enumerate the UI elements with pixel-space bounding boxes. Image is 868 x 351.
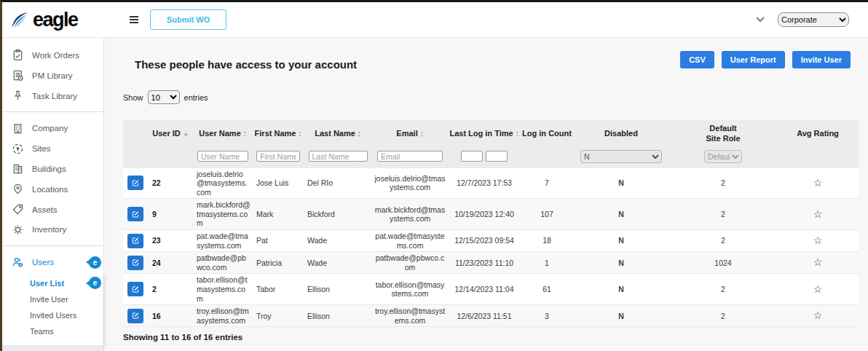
cell-user-id: 24	[148, 252, 193, 274]
header-disabled[interactable]: Disabled	[573, 120, 669, 148]
submenu-item-user-list[interactable]: User List e	[2, 275, 103, 291]
sort-icon[interactable]: ▲▼	[420, 130, 424, 138]
main-content: These people have access to your account…	[104, 38, 868, 351]
cell-email: joseluis.delrio@tmasystems.com	[372, 168, 448, 199]
cell-last-login: 12/6/2023 11:51	[448, 305, 521, 327]
cell-last-login: 10/19/2023 12:40	[448, 199, 521, 230]
sort-icon[interactable]: ▲▼	[298, 130, 301, 138]
sidebar-item-sites[interactable]: Sites	[2, 138, 103, 159]
cell-user-name: patbwade@pbwco.com	[193, 252, 253, 274]
gear-icon	[12, 224, 24, 236]
edit-user-button[interactable]	[127, 234, 143, 248]
filter-last-login-from-input[interactable]	[461, 151, 483, 162]
entries-per-page-select[interactable]: 10	[148, 90, 180, 104]
sidebar-item-work-orders[interactable]: Work Orders	[2, 45, 103, 66]
cell-user-name: mark.bickford@tmasystems.com	[193, 199, 253, 230]
cell-last-name: Wade	[304, 252, 372, 274]
cell-email: pat.wade@tmasystems.com	[372, 230, 448, 252]
cell-first-name: Patricia	[253, 252, 304, 274]
logo-text: eagle	[33, 9, 78, 31]
cell-disabled: N	[573, 252, 669, 274]
submenu-item-teams[interactable]: Teams	[2, 323, 103, 339]
submenu-item-invited-users[interactable]: Invited Users	[2, 307, 103, 323]
cell-first-name: Jose Luis	[253, 168, 304, 199]
cell-user-id: 9	[148, 199, 193, 230]
sidebar-item-pm-library[interactable]: PM Library	[2, 66, 103, 86]
sidebar-item-locations[interactable]: Locations	[2, 179, 103, 200]
filter-first-name-input[interactable]	[256, 151, 299, 162]
company-select[interactable]: Corporate	[778, 12, 849, 27]
sort-asc-icon[interactable]: ▲	[184, 131, 189, 136]
header-edit	[123, 120, 148, 148]
sort-icon[interactable]: ▲▼	[516, 130, 519, 138]
header-first-name[interactable]: First Name▲▼	[253, 120, 304, 148]
sidebar-item-assets[interactable]: Assets	[2, 200, 103, 220]
cell-disabled: N	[573, 199, 669, 230]
cell-email: tabor.ellison@tmasystems.com	[372, 274, 448, 305]
topbar: eagle Submit WO Corporate	[2, 2, 868, 38]
sidebar: Work Orders PM Library Task Library	[2, 38, 104, 351]
edit-user-button[interactable]	[127, 176, 143, 190]
cell-email: patbwade@pbwco.com	[372, 252, 448, 274]
user-report-button[interactable]: User Report	[722, 51, 785, 68]
filter-disabled-select[interactable]: N	[580, 150, 662, 163]
sidebar-item-inventory[interactable]: Inventory	[2, 219, 103, 240]
sidebar-item-buildings[interactable]: Buildings	[2, 159, 103, 179]
header-user-name[interactable]: User Name▲▼	[193, 120, 253, 148]
invite-user-button[interactable]: Invite User	[792, 51, 851, 68]
sidebar-item-company[interactable]: Company	[2, 118, 103, 138]
header-email[interactable]: Email▲▼	[372, 120, 448, 148]
submenu-item-invite-user[interactable]: Invite User	[2, 291, 103, 307]
star-rating-icon: ☆	[813, 256, 823, 268]
header-avg-rating[interactable]: Avg Rating	[777, 120, 859, 148]
table-row: 16 troy.ellison@tmasystems.com Troy Elli…	[123, 305, 859, 327]
filter-email-input[interactable]	[377, 151, 443, 162]
sidebar-item-task-library[interactable]: Task Library	[2, 86, 103, 106]
star-rating-icon: ☆	[813, 208, 823, 220]
cell-login-count: 7	[521, 168, 573, 199]
chevron-down-icon[interactable]	[756, 17, 765, 23]
header-last-name[interactable]: Last Name▲▼	[304, 120, 372, 148]
pushpin-icon	[12, 90, 24, 102]
filter-last-name-input[interactable]	[309, 151, 368, 162]
filter-user-name-input[interactable]	[197, 151, 248, 162]
hamburger-menu-icon[interactable]	[130, 16, 138, 23]
csv-button[interactable]: CSV	[680, 51, 714, 68]
sidebar-bottom-strip	[2, 345, 103, 351]
cell-user-id: 23	[148, 230, 193, 252]
cell-user-id: 2	[148, 274, 193, 305]
cell-last-name: Ellison	[304, 274, 372, 305]
cell-last-name: Wade	[304, 230, 372, 252]
filter-last-login-to-input[interactable]	[486, 151, 508, 162]
show-entries: Show 10 entries	[123, 90, 859, 104]
cell-first-name: Pat	[253, 230, 304, 252]
sidebar-item-users[interactable]: Users e	[2, 252, 103, 272]
cell-last-login: 12/15/2023 09:54	[448, 230, 521, 252]
clipboard-check-icon	[12, 49, 24, 61]
cell-disabled: N	[573, 168, 669, 199]
header-last-log-in-time[interactable]: Last Log in Time▲▼	[448, 120, 521, 148]
filter-default-site-role-select[interactable]: Default	[704, 150, 742, 163]
edit-user-button[interactable]	[127, 282, 143, 296]
table-row: 9 mark.bickford@tmasystems.com Mark Bick…	[123, 199, 859, 230]
building-icon	[12, 122, 24, 135]
cell-user-name: tabor.ellison@tmasystems.com	[193, 274, 253, 305]
cell-user-id: 16	[148, 305, 193, 327]
cell-login-count: 61	[521, 274, 573, 305]
table-row: 22 joseluis.delrio@tmasystems.com Jose L…	[123, 168, 859, 199]
header-user-id[interactable]: User ID▲	[148, 120, 193, 148]
cell-last-login: 12/14/2023 11:04	[448, 274, 521, 305]
edit-user-button[interactable]	[127, 309, 143, 323]
table-row: 24 patbwade@pbwco.com Patricia Wade patb…	[123, 252, 859, 274]
header-default-site-role[interactable]: Default Site Role	[669, 120, 777, 148]
submit-wo-button[interactable]: Submit WO	[150, 9, 226, 30]
edit-user-button[interactable]	[127, 207, 143, 221]
logo[interactable]: eagle	[2, 9, 111, 31]
cell-default-site-role: 2	[669, 305, 777, 327]
star-rating-icon: ☆	[813, 234, 823, 246]
table-filter-row: N Default	[123, 148, 859, 168]
sort-icon[interactable]: ▲▼	[358, 130, 361, 138]
sort-icon[interactable]: ▲▼	[243, 130, 247, 138]
header-log-in-count[interactable]: Log in Count	[521, 120, 573, 148]
edit-user-button[interactable]	[127, 256, 143, 270]
